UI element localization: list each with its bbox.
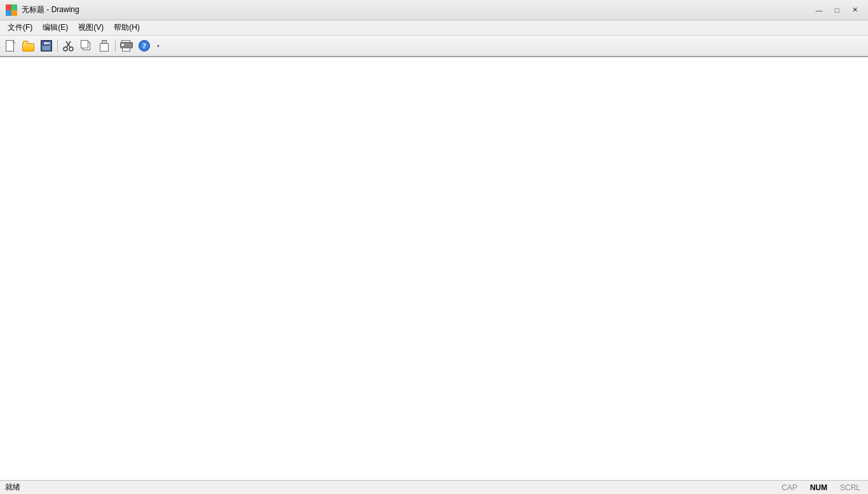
status-bar: 就绪 CAP NUM SCRL [0, 480, 868, 494]
minimize-button[interactable]: — [811, 3, 827, 17]
window-controls: — □ ✕ [811, 3, 863, 17]
menu-view[interactable]: 视图(V) [73, 21, 109, 34]
toolbar-more-button[interactable]: ▾ [154, 38, 163, 54]
help-icon: ? [139, 40, 150, 51]
copy-button[interactable] [78, 38, 95, 54]
toolbar: ? ▾ [0, 36, 868, 57]
menu-help[interactable]: 帮助(H) [109, 21, 145, 34]
scrl-indicator: SCRL [837, 483, 863, 492]
paste-button[interactable] [96, 38, 112, 54]
svg-point-2 [64, 47, 67, 51]
open-button[interactable] [20, 38, 37, 54]
close-button[interactable]: ✕ [846, 3, 863, 17]
status-indicators: CAP NUM SCRL [779, 483, 863, 492]
print-button[interactable] [118, 38, 135, 54]
toolbar-separator-1 [57, 39, 58, 52]
maximize-button[interactable]: □ [829, 3, 845, 17]
svg-point-3 [69, 47, 73, 51]
menu-bar: 文件(F) 编辑(E) 视图(V) 帮助(H) [0, 20, 868, 36]
dropdown-arrow-icon: ▾ [157, 43, 159, 49]
canvas-area[interactable] [0, 57, 868, 480]
cap-indicator: CAP [779, 483, 800, 492]
menu-edit[interactable]: 编辑(E) [37, 21, 73, 34]
status-text: 就绪 [5, 482, 20, 493]
num-indicator: NUM [808, 483, 830, 492]
cut-icon [63, 40, 74, 51]
window-title: 无标题 - Drawing [22, 4, 811, 15]
app-icon [5, 4, 18, 17]
menu-file[interactable]: 文件(F) [3, 21, 37, 34]
title-bar: 无标题 - Drawing — □ ✕ [0, 0, 868, 20]
toolbar-separator-2 [115, 39, 116, 52]
save-button[interactable] [38, 38, 55, 54]
help-button[interactable]: ? [136, 38, 153, 54]
cut-button[interactable] [60, 38, 77, 54]
new-button[interactable] [3, 38, 19, 54]
